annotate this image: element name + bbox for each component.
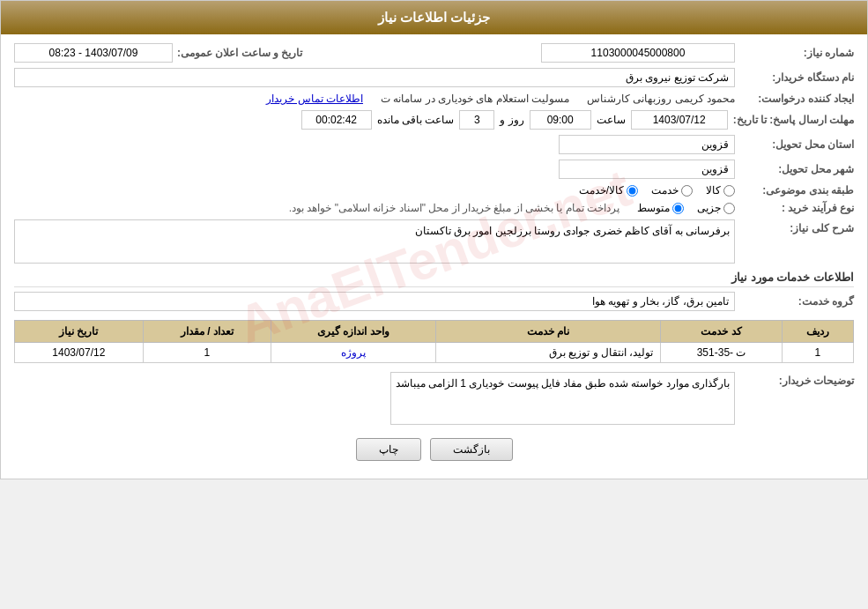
category-radio-group: کالا خدمت کالا/خدمت	[579, 184, 735, 197]
cell-code: ت -35-351	[661, 343, 782, 363]
category-khedmat-label: خدمت	[651, 184, 679, 197]
buyer-desc-section: توضیحات خریدار: بارگذاری موارد خواسته شد…	[14, 372, 854, 425]
button-row: بازگشت چاپ	[14, 438, 854, 461]
description-label: شرح کلی نیاز:	[739, 219, 854, 234]
requester-org-label: نام دستگاه خریدار:	[739, 71, 854, 84]
service-group-label: گروه خدمت:	[739, 295, 854, 308]
creator-name: محمود کریمی روزبهانی کارشناس	[587, 93, 735, 105]
deadline-time-label: ساعت	[597, 114, 626, 126]
deadline-label: مهلت ارسال پاسخ: تا تاریخ:	[733, 114, 854, 126]
announcement-date-label: تاریخ و ساعت اعلان عمومی:	[177, 47, 302, 59]
cell-unit: پروژه	[271, 343, 435, 363]
page-title: جزئیات اطلاعات نیاز	[378, 10, 490, 25]
category-kala-option: کالا	[706, 184, 735, 197]
buyer-desc-label: توضیحات خریدار:	[739, 372, 854, 387]
creator-contact-link[interactable]: اطلاعات تماس خریدار	[266, 93, 363, 105]
category-kala-radio[interactable]	[723, 185, 735, 197]
col-date: تاریخ نیاز	[15, 321, 144, 343]
province-row: استان محل تحویل: قزوین	[14, 135, 854, 154]
announcement-date-value: 1403/07/09 - 08:23	[14, 43, 173, 63]
category-kala-khedmat-radio[interactable]	[627, 185, 638, 197]
category-khedmat-radio[interactable]	[681, 185, 693, 197]
service-group-row: گروه خدمت: تامین برق، گاز، بخار و تهویه …	[14, 292, 854, 311]
page-header: جزئیات اطلاعات نیاز	[1, 1, 867, 34]
city-row: شهر محل تحویل: قزوین	[14, 160, 854, 179]
col-unit: واحد اندازه گیری	[271, 321, 435, 343]
category-kala-label: کالا	[706, 184, 721, 197]
main-content: AnaElTender.net شماره نیاز: 110300004500…	[1, 34, 867, 479]
process-row: نوع فرآیند خرید : جزیی متوسط پرداخت تمام…	[14, 202, 854, 214]
print-button[interactable]: چاپ	[356, 438, 421, 461]
request-number-label: شماره نیاز:	[739, 47, 854, 59]
table-header-row: ردیف کد خدمت نام خدمت واحد اندازه گیری ت…	[15, 321, 854, 343]
back-button[interactable]: بازگشت	[430, 438, 513, 461]
cell-date: 1403/07/12	[15, 343, 144, 363]
process-motavasset-label: متوسط	[637, 202, 670, 214]
category-khedmat-option: خدمت	[651, 184, 693, 197]
service-group-value: تامین برق، گاز، بخار و تهویه هوا	[14, 292, 735, 311]
category-row: طبقه بندی موضوعی: کالا خدمت کالا/خدمت	[14, 184, 854, 197]
deadline-time: 09:00	[530, 110, 591, 130]
city-value: قزوین	[559, 160, 735, 179]
description-section: شرح کلی نیاز: برفرسانی به آقای کاظم خضری…	[14, 219, 854, 264]
process-jozei-option: جزیی	[697, 202, 735, 214]
deadline-days-label: روز و	[500, 114, 523, 126]
creator-role: مسولیت استعلام های خودیاری در سامانه ت	[381, 93, 569, 105]
services-table: ردیف کد خدمت نام خدمت واحد اندازه گیری ت…	[14, 320, 854, 363]
process-jozei-radio[interactable]	[723, 203, 735, 214]
col-quantity: تعداد / مقدار	[143, 321, 271, 343]
process-jozei-label: جزیی	[697, 202, 721, 214]
process-motavasset-radio[interactable]	[672, 203, 684, 214]
col-name: نام خدمت	[435, 321, 661, 343]
cell-row-num: 1	[782, 343, 853, 363]
process-radio-group: جزیی متوسط	[637, 202, 735, 214]
table-row: 1 ت -35-351 تولید، انتقال و توزیع برق پر…	[15, 343, 854, 363]
deadline-days: 3	[459, 110, 494, 130]
description-value: برفرسانی به آقای کاظم خضری جوادی روستا ب…	[14, 219, 735, 264]
col-row-num: ردیف	[782, 321, 853, 343]
creator-row: ایجاد کننده درخواست: محمود کریمی روزبهان…	[14, 93, 854, 105]
cell-quantity: 1	[143, 343, 271, 363]
requester-org-row: نام دستگاه خریدار: شرکت توزیع نیروی برق	[14, 68, 854, 87]
deadline-remaining-label: ساعت باقی مانده	[377, 114, 455, 126]
category-kala-khedmat-option: کالا/خدمت	[579, 184, 638, 197]
category-label: طبقه بندی موضوعی:	[739, 184, 854, 197]
request-number-value: 1103000045000800	[541, 43, 735, 63]
city-label: شهر محل تحویل:	[739, 163, 854, 175]
process-motavasset-option: متوسط	[637, 202, 684, 214]
services-table-section: ردیف کد خدمت نام خدمت واحد اندازه گیری ت…	[14, 320, 854, 363]
cell-name: تولید، انتقال و توزیع برق	[435, 343, 661, 363]
deadline-row: مهلت ارسال پاسخ: تا تاریخ: 1403/07/12 سا…	[14, 110, 854, 130]
deadline-date: 1403/07/12	[631, 110, 728, 130]
deadline-remaining: 00:02:42	[301, 110, 372, 130]
creator-label: ایجاد کننده درخواست:	[739, 93, 854, 105]
province-value: قزوین	[559, 135, 735, 154]
services-section-title: اطلاعات خدمات مورد نیاز	[14, 271, 854, 287]
col-code: کد خدمت	[661, 321, 782, 343]
category-kala-khedmat-label: کالا/خدمت	[579, 184, 624, 197]
province-label: استان محل تحویل:	[739, 138, 854, 151]
requester-org-value: شرکت توزیع نیروی برق	[14, 68, 735, 87]
request-number-row: شماره نیاز: 1103000045000800 تاریخ و ساع…	[14, 43, 854, 63]
page-wrapper: جزئیات اطلاعات نیاز AnaElTender.net شمار…	[0, 0, 868, 479]
process-label: نوع فرآیند خرید :	[739, 202, 854, 214]
process-text: پرداخت تمام یا بخشی از مبلغ خریدار از مح…	[289, 202, 619, 214]
buyer-desc-value: بارگذاری موارد خواسته شده طبق مفاد فایل …	[390, 372, 735, 425]
